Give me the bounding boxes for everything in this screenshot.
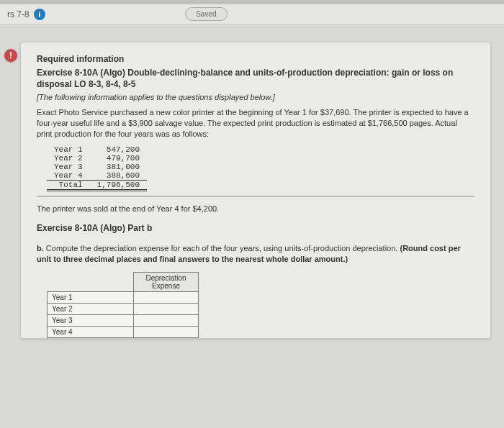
part-b-instruction: b. Compute the depreciation expense for … [37, 243, 474, 265]
spacer-cell [48, 272, 134, 291]
dep-input-y1[interactable] [134, 291, 199, 303]
top-navbar: rs 7-8 i Saved [0, 4, 504, 24]
dep-input-y4[interactable] [134, 326, 199, 337]
saved-status-pill: Saved [185, 7, 227, 21]
exercise-title: Exercise 8-10A (Algo) Double-declining-b… [37, 67, 474, 90]
content-sheet: Required information Exercise 8-10A (Alg… [20, 42, 491, 339]
applies-note: [The following information applies to th… [37, 93, 474, 101]
dep-input-y2[interactable] [134, 303, 199, 314]
table-row-total: Total1,796,500 [47, 180, 147, 190]
info-icon[interactable]: i [34, 9, 45, 20]
depreciation-input-table: Depreciation Expense Year 1 Year 2 Year … [47, 272, 199, 338]
table-row: Year 1547,200 [47, 145, 147, 154]
dep-input-y3[interactable] [134, 314, 199, 326]
alert-badge-icon[interactable]: ! [4, 49, 17, 62]
table-row: Year 3381,000 [47, 163, 147, 171]
production-table: Year 1547,200 Year 2479,700 Year 3381,00… [47, 145, 147, 191]
chapter-label: rs 7-8 [7, 9, 30, 19]
table-row: Year 4388,600 [47, 171, 147, 181]
divider [37, 196, 474, 197]
table-row: Year 1 [48, 291, 199, 303]
required-info-heading: Required information [37, 54, 474, 64]
table-row: Year 2 [48, 303, 199, 314]
table-row: Year 4 [48, 326, 199, 337]
table-row: Year 3 [48, 314, 199, 326]
sold-note: The printer was sold at the end of Year … [37, 204, 474, 213]
part-b-heading: Exercise 8-10A (Algo) Part b [37, 223, 474, 233]
table-row: Year 2479,700 [47, 154, 147, 163]
problem-paragraph: Exact Photo Service purchased a new colo… [37, 107, 474, 140]
depreciation-header: Depreciation Expense [134, 272, 199, 291]
